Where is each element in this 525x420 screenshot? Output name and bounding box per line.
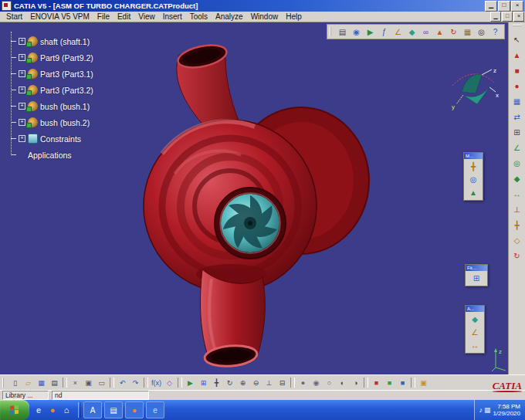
minimize-button[interactable]: ▁ bbox=[485, 1, 497, 12]
manipulate-icon[interactable]: ╋ bbox=[467, 160, 480, 173]
tree-item-label[interactable]: Part9 (Part9.2) bbox=[40, 53, 93, 63]
tree-expander-icon[interactable] bbox=[19, 54, 25, 61]
tree-item-label[interactable]: Part3 (Part3.2) bbox=[40, 86, 93, 95]
firefox-icon[interactable]: ● bbox=[46, 404, 59, 416]
menu-item[interactable]: Insert bbox=[159, 12, 186, 22]
camera-icon[interactable]: ◉ bbox=[350, 25, 363, 39]
tree-item-label[interactable]: Part3 (Part3.1) bbox=[40, 69, 93, 79]
search-icon[interactable]: ◎ bbox=[475, 25, 488, 39]
blue-properties-icon[interactable]: ■ bbox=[396, 377, 409, 389]
smart-move-icon[interactable]: ▲ bbox=[467, 186, 480, 199]
tree-item[interactable]: Constraints bbox=[11, 130, 93, 147]
rotate-icon[interactable]: ↻ bbox=[223, 377, 236, 389]
notepad-taskbar-icon[interactable]: ▤ bbox=[104, 401, 123, 418]
mdi-close-button[interactable]: × bbox=[513, 12, 524, 22]
new-document-icon[interactable]: ▯ bbox=[8, 377, 22, 389]
show-desktop-icon[interactable]: ⌂ bbox=[60, 404, 73, 416]
save-icon[interactable]: ▦ bbox=[35, 377, 48, 389]
menu-item[interactable]: File bbox=[93, 12, 113, 22]
command-input[interactable]: nd bbox=[52, 391, 149, 400]
hide-show-icon[interactable]: ◐ bbox=[336, 377, 349, 389]
library-status[interactable]: Library ... bbox=[2, 391, 49, 400]
toolbar-grip[interactable] bbox=[513, 25, 522, 29]
menu-item[interactable]: ENOVIA V5 VPM bbox=[26, 12, 93, 22]
catalog-icon[interactable]: ▦ bbox=[461, 25, 474, 39]
coincidence-constraint-icon[interactable]: ◎ bbox=[511, 157, 523, 169]
fly-mode-icon[interactable]: ▶ bbox=[364, 25, 377, 39]
measure-icon[interactable]: ∠ bbox=[391, 25, 405, 39]
offset-constraint-icon[interactable]: ↔ bbox=[511, 188, 523, 200]
open-icon[interactable]: ▱ bbox=[22, 377, 35, 389]
publish-icon[interactable]: ▲ bbox=[433, 25, 446, 39]
volume-icon[interactable]: ♪ bbox=[479, 406, 483, 414]
tree-item[interactable]: Part9 (Part9.2) bbox=[11, 49, 93, 66]
taskbar-clock[interactable]: 7:58 PM 1/29/2020 bbox=[493, 403, 520, 417]
tree-item-label[interactable]: bush (bush.1) bbox=[40, 102, 90, 111]
menu-item[interactable]: Edit bbox=[113, 12, 134, 22]
existing-component-icon[interactable]: ▦ bbox=[511, 95, 523, 107]
manipulation-icon[interactable]: ╋ bbox=[511, 218, 523, 231]
tree-item[interactable]: Part3 (Part3.2) bbox=[11, 82, 93, 98]
red-properties-icon[interactable]: ■ bbox=[370, 377, 383, 389]
undo-icon[interactable]: ↶ bbox=[116, 377, 129, 389]
new-product-icon[interactable]: ▲ bbox=[511, 49, 523, 61]
fix-component-icon[interactable]: ⊥ bbox=[511, 203, 523, 215]
tree-item-label[interactable]: shaft (shaft.1) bbox=[40, 37, 90, 46]
fit-all-in-icon[interactable]: ⊞ bbox=[197, 377, 210, 389]
copy-icon[interactable]: ▣ bbox=[82, 377, 95, 389]
internet-explorer-taskbar-icon[interactable]: e bbox=[146, 401, 164, 418]
menu-item[interactable]: View bbox=[134, 12, 159, 22]
update-icon[interactable]: ↻ bbox=[447, 25, 460, 39]
internet-explorer-icon[interactable]: e bbox=[32, 404, 45, 416]
paste-icon[interactable]: ▭ bbox=[95, 377, 108, 389]
print-icon[interactable]: ▤ bbox=[336, 25, 349, 39]
tree-expander-icon[interactable] bbox=[19, 70, 25, 77]
update-all-icon[interactable]: ↻ bbox=[511, 249, 523, 262]
tree-expander-icon[interactable] bbox=[19, 135, 25, 142]
cut-icon[interactable]: × bbox=[69, 377, 82, 389]
constraint-angle-icon[interactable]: ∠ bbox=[511, 141, 523, 154]
print-icon[interactable]: ▤ bbox=[48, 377, 61, 389]
toolbar-grip[interactable] bbox=[330, 27, 334, 36]
explode-icon[interactable]: ◇ bbox=[511, 234, 523, 246]
tree-item[interactable]: bush (bush.1) bbox=[11, 98, 93, 114]
measure-between-icon[interactable]: ∠ bbox=[469, 326, 482, 339]
menu-item[interactable]: Start bbox=[2, 12, 26, 22]
tree-expander-icon[interactable] bbox=[19, 86, 25, 93]
normal-view-icon[interactable]: ⊥ bbox=[262, 377, 276, 389]
start-button[interactable] bbox=[0, 400, 29, 420]
viewport-3d[interactable]: shaft (shaft.1) Part9 (Part9.2) Part3 (P… bbox=[0, 22, 525, 374]
tree-item-label[interactable]: bush (bush.2) bbox=[40, 118, 90, 127]
zoom-in-icon[interactable]: ⊕ bbox=[236, 377, 249, 389]
tree-item-label[interactable]: Applications bbox=[28, 151, 72, 160]
replace-component-icon[interactable]: ⇄ bbox=[511, 110, 523, 123]
3d-compass[interactable]: z x y bbox=[448, 66, 499, 110]
formula-icon[interactable]: f(x) bbox=[150, 377, 163, 389]
menu-item[interactable]: Tools bbox=[186, 12, 212, 22]
tree-expander-icon[interactable] bbox=[19, 38, 25, 45]
tree-item[interactable]: shaft (shaft.1) bbox=[11, 33, 93, 49]
floating-toolbar-title[interactable]: Fit... bbox=[466, 265, 487, 271]
firefox-taskbar-icon[interactable]: ● bbox=[125, 401, 144, 418]
toolbar-grip[interactable] bbox=[2, 378, 6, 388]
floating-toolbar-title[interactable]: A... bbox=[466, 306, 484, 312]
snap-icon[interactable]: ◎ bbox=[467, 173, 480, 186]
link-manager-icon[interactable]: ∞ bbox=[419, 25, 432, 39]
app-a-taskbar-icon[interactable]: A bbox=[83, 401, 102, 418]
floating-toolbar-title[interactable]: M... bbox=[464, 153, 483, 159]
mdi-minimize-button[interactable]: ▁ bbox=[490, 12, 501, 22]
measure-item-icon[interactable]: ↔ bbox=[469, 339, 482, 352]
outlet-pipe[interactable] bbox=[196, 264, 267, 368]
knowledge-formula-icon[interactable]: ƒ bbox=[378, 25, 391, 39]
maximize-button[interactable]: □ bbox=[498, 1, 510, 12]
tree-expander-icon[interactable] bbox=[19, 103, 25, 110]
tree-item[interactable]: Part3 (Part3.1) bbox=[11, 66, 93, 82]
menu-item[interactable]: Help bbox=[282, 12, 306, 22]
tree-item[interactable]: Applications bbox=[11, 147, 93, 163]
mdi-restore-button[interactable]: □ bbox=[502, 12, 513, 22]
network-icon[interactable]: ▦ bbox=[484, 406, 491, 414]
apply-material-icon[interactable]: ◆ bbox=[405, 25, 418, 39]
tree-item[interactable]: bush (bush.2) bbox=[11, 114, 93, 130]
green-properties-icon[interactable]: ■ bbox=[383, 377, 396, 389]
shaded-view-icon[interactable]: ● bbox=[296, 377, 310, 389]
